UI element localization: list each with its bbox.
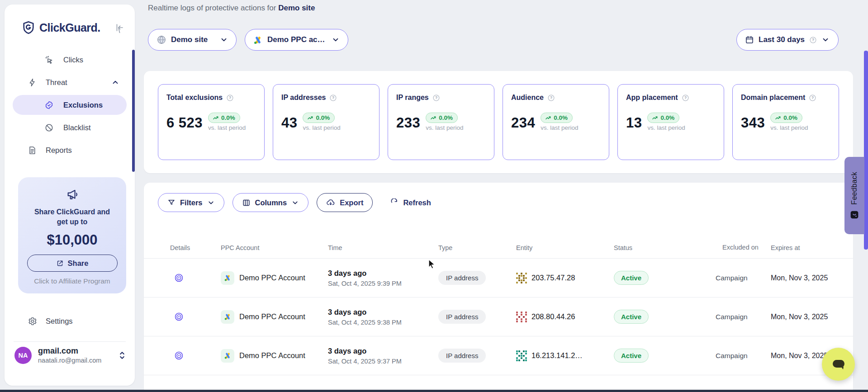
stat-title: IP addresses	[281, 94, 326, 102]
google-ads-icon	[221, 310, 234, 324]
sidebar-item-settings[interactable]: Settings	[5, 310, 135, 332]
sidebar-item-label: Exclusions	[63, 101, 103, 109]
chat-launcher-button[interactable]	[822, 348, 855, 381]
feedback-tab[interactable]: Feedback	[844, 157, 864, 234]
svg-text:?: ?	[812, 38, 814, 42]
chevron-down-icon	[821, 36, 830, 44]
chevron-up-down-icon[interactable]	[118, 350, 127, 361]
share-button[interactable]: Share	[27, 255, 118, 272]
chat-bubble-icon	[830, 356, 847, 373]
stat-value: 343	[741, 115, 765, 131]
help-icon[interactable]: ?	[432, 94, 440, 102]
excluded-on-cell: Campaign	[716, 352, 765, 360]
trend-up-icon	[652, 115, 658, 120]
refresh-button[interactable]: Refresh	[381, 193, 440, 212]
date-range-label: Last 30 days	[759, 35, 805, 44]
stat-caption: vs. last period	[208, 124, 246, 131]
time-full: Sat, Oct 4, 2025 9:37 PM	[328, 358, 438, 365]
view-details-icon[interactable]	[174, 273, 185, 283]
help-icon[interactable]: ?	[226, 94, 234, 102]
svg-text:?: ?	[332, 95, 334, 100]
stats-panel: Total exclusions? 6 523 0.0% vs. last pe…	[144, 71, 853, 173]
table-header-row: Details PPC Account Time Type Entity Sta…	[144, 237, 853, 258]
ppc-account-selector[interactable]: Demo PPC ac…	[245, 29, 348, 51]
chevron-down-icon	[207, 199, 215, 207]
user-menu[interactable]: NA gmail.com naatali.ro@gmail.com	[14, 346, 127, 364]
svg-text:?: ?	[435, 95, 437, 100]
date-range-selector[interactable]: Last 30 days ?	[736, 29, 839, 51]
sidebar: ClickGuard. Clicks Threat Exclusions	[5, 5, 135, 386]
window-bottom-edge	[0, 390, 868, 392]
funnel-icon	[167, 198, 175, 207]
table-row: Demo PPC Account 3 days agoSat, Oct 4, 2…	[144, 258, 853, 297]
chevron-up-icon[interactable]	[111, 78, 119, 86]
trend-badge: 0.0%	[208, 113, 240, 123]
sidebar-item-threat[interactable]: Threat	[5, 71, 135, 94]
help-icon[interactable]: ?	[547, 94, 555, 102]
google-ads-icon	[253, 35, 263, 45]
time-full: Sat, Oct 4, 2025 9:38 PM	[328, 319, 438, 326]
avatar: NA	[14, 347, 32, 364]
time-relative: 3 days ago	[328, 269, 438, 278]
site-selector[interactable]: Demo site	[148, 29, 237, 51]
help-icon[interactable]: ?	[682, 94, 689, 102]
status-badge: Active	[614, 271, 649, 285]
sidebar-item-blacklist[interactable]: Blacklist	[5, 116, 135, 139]
affiliate-link[interactable]: Click to Affiliate Program	[18, 277, 126, 285]
status-badge: Active	[614, 349, 649, 363]
sidebar-nav: Clicks Threat Exclusions Blacklist	[5, 48, 135, 161]
stat-title: Domain placement	[741, 94, 805, 102]
page-scrollbar[interactable]	[864, 51, 868, 250]
help-icon[interactable]: ?	[809, 36, 817, 44]
column-header-details: Details	[170, 244, 221, 251]
sidebar-item-clicks[interactable]: Clicks	[5, 48, 135, 71]
sidebar-item-reports[interactable]: Reports	[5, 139, 135, 161]
stat-value: 233	[396, 115, 420, 131]
column-header-type: Type	[438, 244, 516, 251]
ppc-account-cell: Demo PPC Account	[239, 351, 305, 360]
excluded-on-cell: Campaign	[716, 313, 765, 321]
svg-text:?: ?	[684, 95, 687, 100]
stat-caption: vs. last period	[541, 124, 578, 131]
time-relative: 3 days ago	[328, 347, 438, 355]
refresh-icon	[390, 198, 398, 207]
trend-up-icon	[545, 115, 551, 120]
external-link-icon	[56, 260, 64, 267]
svg-text:?: ?	[229, 95, 231, 100]
columns-button[interactable]: Columns	[232, 193, 309, 212]
view-details-icon[interactable]	[174, 350, 185, 361]
google-ads-icon	[221, 349, 234, 363]
table-row: Demo PPC Account 3 days agoSat, Oct 4, 2…	[144, 297, 853, 336]
chevron-down-icon	[332, 36, 340, 44]
sidebar-item-label: Reports	[46, 146, 72, 155]
time-relative: 3 days ago	[328, 308, 438, 316]
clickguard-shield-icon	[22, 21, 35, 34]
sidebar-scrollbar[interactable]	[132, 50, 135, 172]
view-details-icon[interactable]	[174, 312, 185, 322]
sidebar-collapse-icon[interactable]	[114, 22, 125, 33]
page-subtitle-site: Demo site	[278, 4, 315, 12]
ppc-account-cell: Demo PPC Account	[239, 274, 305, 282]
brand-logo: ClickGuard.	[5, 5, 135, 34]
stat-value: 234	[511, 115, 535, 131]
trend-up-icon	[308, 115, 313, 120]
trend-badge: 0.0%	[303, 113, 335, 123]
stat-title: App placement	[626, 94, 678, 102]
export-button[interactable]: Export	[317, 193, 373, 212]
status-badge: Active	[614, 310, 649, 324]
trend-up-icon	[431, 115, 436, 120]
user-name: gmail.com	[38, 346, 118, 356]
entity-value: 16.213.141.2…	[531, 351, 583, 360]
sidebar-item-exclusions[interactable]: Exclusions	[13, 95, 127, 115]
help-icon[interactable]: ?	[809, 94, 816, 102]
cursor-click-icon	[44, 55, 54, 65]
feedback-smiley-icon	[850, 210, 859, 219]
filters-button[interactable]: Filters	[158, 193, 224, 212]
table-toolbar: Filters Columns Export Refresh	[144, 183, 853, 212]
stat-value: 6 523	[166, 115, 203, 131]
sidebar-item-label: Clicks	[63, 56, 83, 64]
entity-value: 203.75.47.28	[531, 274, 575, 282]
help-icon[interactable]: ?	[329, 94, 337, 102]
brand-name: ClickGuard.	[39, 21, 114, 34]
entity-identicon	[516, 312, 527, 322]
